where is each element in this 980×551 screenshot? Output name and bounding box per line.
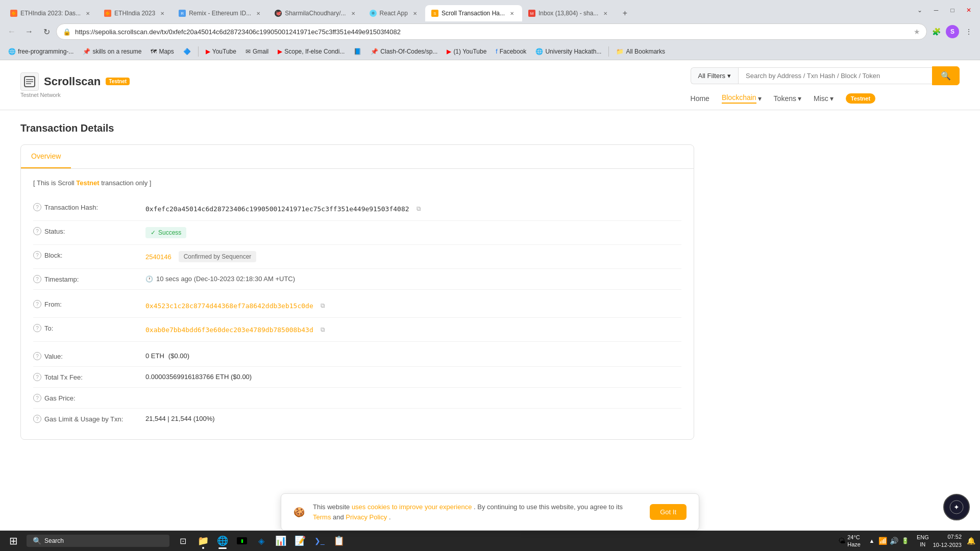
- tab-react[interactable]: ⚛ React App ✕: [363, 5, 425, 21]
- nav-tokens[interactable]: Tokens ▾: [774, 94, 801, 103]
- nav-home[interactable]: Home: [691, 94, 709, 103]
- bookmark-youtube1[interactable]: ▶ (1) YouTube: [443, 46, 491, 57]
- help-icon-txhash[interactable]: ?: [33, 203, 41, 211]
- profile-avatar[interactable]: S: [946, 25, 959, 38]
- value-timestamp: 🕐 10 secs ago (Dec-10-2023 02:18:30 AM +…: [145, 275, 681, 283]
- help-icon-from[interactable]: ?: [33, 300, 41, 308]
- bookmark-all-bookmarks[interactable]: 📁 All Bookmarks: [612, 46, 669, 57]
- taskbar-app-word[interactable]: 📝: [291, 532, 309, 550]
- copy-from-button[interactable]: ⧉: [317, 300, 329, 311]
- bookmark-hackath[interactable]: 🌐 University Hackath...: [531, 46, 605, 57]
- new-tab-button[interactable]: +: [618, 6, 632, 20]
- nav-misc[interactable]: Misc ▾: [814, 94, 834, 103]
- network-icon[interactable]: 📶: [878, 536, 888, 546]
- bookmark-free-programming[interactable]: 🌐 free-programming-...: [4, 46, 78, 57]
- bookmark-wp[interactable]: 🔷: [179, 46, 195, 57]
- cookie-uses-link[interactable]: uses cookies to improve your experience: [352, 503, 472, 511]
- search-button[interactable]: 🔍: [932, 66, 960, 85]
- taskbar-app-explorer[interactable]: 📁: [194, 532, 212, 550]
- taskbar-app-powershell[interactable]: ❯_: [310, 532, 329, 550]
- help-icon-fee[interactable]: ?: [33, 373, 41, 381]
- copy-to-button[interactable]: ⧉: [317, 324, 329, 335]
- bookmark-scope[interactable]: ▶ Scope, If-else Condi...: [274, 46, 349, 57]
- tab-close-5[interactable]: ✕: [411, 9, 419, 17]
- bookmark-icon-3: 🗺: [151, 48, 157, 55]
- bookmark-skills[interactable]: 📌 skills on a resume: [79, 46, 145, 57]
- taskbar-app-chrome[interactable]: 🌐: [213, 532, 232, 550]
- help-icon-value[interactable]: ?: [33, 352, 41, 360]
- taskbar-app-excel[interactable]: 📊: [272, 532, 290, 550]
- help-icon-block[interactable]: ?: [33, 251, 41, 259]
- page-content: Scrollscan Testnet Testnet Network All F…: [0, 60, 980, 551]
- copy-txhash-button[interactable]: ⧉: [413, 203, 425, 214]
- close-button[interactable]: ✕: [962, 3, 976, 17]
- filter-button[interactable]: All Filters ▾: [691, 67, 738, 84]
- taskbar-app-vscode[interactable]: ◈: [252, 532, 271, 550]
- taskbar-app-notepad[interactable]: 📋: [330, 532, 348, 550]
- bookmark-clash[interactable]: 📌 Clash-Of-Codes/sp...: [366, 46, 442, 57]
- profile-icon[interactable]: S: [945, 24, 960, 39]
- bookmark-facebook[interactable]: f Facebook: [492, 46, 530, 57]
- tab-overview[interactable]: Overview: [21, 145, 71, 168]
- clock[interactable]: 07:52 10-12-2023: [933, 533, 962, 549]
- address-bar[interactable]: [75, 28, 910, 36]
- back-button[interactable]: ←: [4, 24, 19, 39]
- help-icon-gas-price[interactable]: ?: [33, 394, 41, 402]
- tab-close-1[interactable]: ✕: [84, 9, 92, 17]
- tab-ethindia-dash[interactable]: 🔶 ETHIndia 2023: Das... ✕: [4, 5, 98, 21]
- reload-button[interactable]: ↻: [39, 24, 54, 39]
- help-icon-status[interactable]: ?: [33, 227, 41, 235]
- vscode-icon: ◈: [258, 536, 264, 546]
- cookie-terms-link[interactable]: Terms: [313, 513, 331, 521]
- minimize-button[interactable]: ─: [929, 3, 943, 17]
- start-button[interactable]: ⊞: [4, 532, 22, 550]
- bookmark-youtube[interactable]: ▶ YouTube: [202, 46, 240, 57]
- ai-assistant-button[interactable]: ✦: [943, 494, 970, 520]
- taskbar-widgets-button[interactable]: ⊡: [174, 532, 192, 550]
- language-indicator[interactable]: ENG IN: [917, 534, 929, 548]
- extensions-icon[interactable]: 🧩: [929, 24, 943, 39]
- tab-ethindia[interactable]: 🔶 ETHIndia 2023 ✕: [98, 5, 173, 21]
- bookmark-unknown[interactable]: 📘: [350, 46, 365, 57]
- label-total-fee-text: Total Tx Fee:: [44, 373, 83, 381]
- notification-button[interactable]: 🔔: [966, 536, 976, 546]
- tray-up-arrow-icon[interactable]: ▲: [867, 536, 877, 546]
- timestamp-text: 10 secs ago (Dec-10-2023 02:18:30 AM +UT…: [156, 275, 295, 283]
- tab-list-button[interactable]: ⌄: [913, 3, 927, 17]
- nav-blockchain[interactable]: Blockchain ▾: [722, 93, 762, 104]
- help-icon-gas-limit[interactable]: ?: [33, 415, 41, 423]
- tab-gmail[interactable]: M Inbox (13,804) - sha... ✕: [522, 5, 616, 21]
- tab-close-2[interactable]: ✕: [158, 9, 166, 17]
- volume-icon[interactable]: 🔊: [889, 536, 899, 546]
- star-icon[interactable]: ★: [914, 28, 920, 36]
- search-input[interactable]: [738, 67, 932, 84]
- tab-close-3[interactable]: ✕: [254, 9, 262, 17]
- maximize-button[interactable]: □: [945, 3, 960, 17]
- bookmark-gmail[interactable]: ✉ Gmail: [241, 46, 273, 57]
- tab-close-4[interactable]: ✕: [349, 9, 357, 17]
- tab-close-7[interactable]: ✕: [601, 9, 609, 17]
- tab-close-6[interactable]: ✕: [508, 9, 516, 17]
- taskbar-app-terminal[interactable]: ▮: [233, 532, 251, 550]
- to-address-link[interactable]: 0xab0e7bb4bdd6f3e60dec203e4789db785008b4…: [145, 326, 313, 334]
- tab-remix[interactable]: R Remix - Ethereum ID... ✕: [173, 5, 268, 21]
- battery-icon[interactable]: 🔋: [900, 536, 911, 546]
- got-it-button[interactable]: Got It: [650, 504, 687, 520]
- tab-favicon-4: 🐙: [275, 10, 282, 17]
- help-icon-timestamp[interactable]: ?: [33, 275, 41, 283]
- taskbar-search-bar[interactable]: 🔍 Search: [27, 535, 169, 547]
- bookmark-icon-5: ▶: [206, 48, 210, 55]
- weather-widget[interactable]: 🌤 24°C Haze: [838, 534, 861, 548]
- bookmark-maps[interactable]: 🗺 Maps: [146, 46, 178, 57]
- cookie-privacy-link[interactable]: Privacy Policy: [346, 513, 387, 521]
- block-number-link[interactable]: 2540146: [145, 253, 172, 261]
- help-icon-to[interactable]: ?: [33, 324, 41, 332]
- logo-area: Scrollscan Testnet Testnet Network: [20, 72, 130, 98]
- tab-github[interactable]: 🐙 SharmilaChoudhary/... ✕: [268, 5, 363, 21]
- nav-tokens-chevron: ▾: [798, 94, 801, 103]
- from-address-link[interactable]: 0x4523c1c28c8774d44368ef7a8642ddb3eb15c0…: [145, 302, 313, 310]
- forward-button[interactable]: →: [21, 24, 37, 39]
- tab-scroll-active[interactable]: S Scroll Transaction Ha... ✕: [425, 5, 522, 21]
- window-controls: ⌄ ─ □ ✕: [913, 3, 976, 17]
- more-icon[interactable]: ⋮: [962, 24, 976, 39]
